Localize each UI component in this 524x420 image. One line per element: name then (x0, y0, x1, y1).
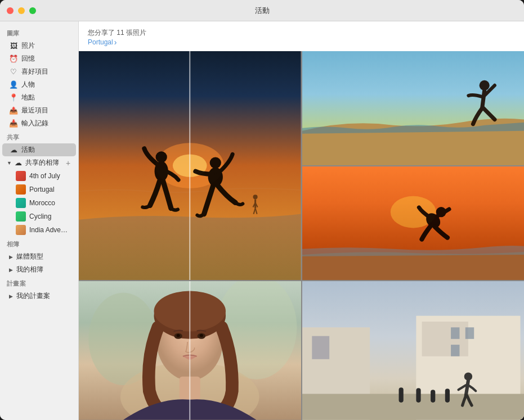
portugal-label: Portugal (29, 186, 55, 193)
sidebar-item-people[interactable]: 👤 人物 (2, 78, 76, 91)
sidebar-item-cycling[interactable]: Cycling (2, 210, 76, 223)
photo-cell-1[interactable] (79, 51, 301, 280)
photo-1-svg (79, 51, 301, 280)
close-button[interactable] (7, 7, 14, 14)
svg-rect-38 (451, 345, 459, 356)
sidebar-item-activity[interactable]: ☁ 活動 (2, 143, 76, 156)
shared-albums-header[interactable]: ▼ ☁ 共享的相簿 + (2, 156, 76, 169)
sidebar-item-morocco[interactable]: Morocco (2, 196, 76, 210)
sidebar-item-my-projects[interactable]: ▶ 我的計畫案 (2, 290, 76, 302)
people-label: 人物 (21, 80, 35, 89)
main-content: 圖庫 🖼 照片 ⏰ 回憶 ♡ 喜好項目 👤 人物 📍 地點 (0, 21, 524, 420)
shared-section-header: 共享 (0, 130, 78, 143)
svg-rect-37 (465, 327, 473, 339)
sidebar-item-india-adventure[interactable]: India Adventure (2, 223, 76, 237)
activity-label: 活動 (21, 145, 35, 155)
sidebar-item-my-albums[interactable]: ▶ 我的相簿 (2, 263, 76, 276)
photo-cell-5[interactable] (302, 281, 525, 420)
favorites-label: 喜好項目 (21, 67, 48, 76)
svg-rect-40 (312, 336, 329, 359)
imports-icon: 📥 (9, 119, 18, 128)
india-adventure-thumb (16, 225, 26, 235)
photo-4-svg (79, 281, 301, 420)
my-albums-triangle: ▶ (9, 267, 13, 273)
albums-section-header: 相簿 (0, 237, 78, 250)
svg-point-6 (210, 157, 221, 168)
content-header: 您分享了 11 張照片 Portugal (79, 21, 524, 51)
sidebar-item-recently[interactable]: 📤 最近項目 (2, 104, 76, 117)
sidebar-item-portugal[interactable]: Portugal (2, 183, 76, 196)
morocco-thumb (16, 198, 26, 208)
album-link[interactable]: Portugal (88, 38, 515, 47)
my-albums-label: 我的相簿 (16, 265, 43, 274)
photo-cell-2[interactable] (302, 51, 525, 165)
svg-rect-44 (445, 389, 449, 403)
places-icon: 📍 (9, 93, 18, 102)
photo-5-svg (302, 281, 525, 420)
content-area: 您分享了 11 張照片 Portugal (79, 21, 524, 420)
svg-point-7 (253, 195, 258, 199)
favorites-icon: ♡ (9, 67, 18, 76)
photo-cell-3[interactable] (302, 166, 525, 281)
photo-2-svg (302, 51, 525, 165)
imports-label: 輸入記錄 (21, 119, 48, 128)
photo-3-svg (302, 166, 525, 281)
svg-point-29 (177, 334, 180, 337)
minimize-button[interactable] (18, 7, 25, 14)
svg-rect-35 (422, 322, 468, 356)
sidebar-item-4th-of-july[interactable]: 4th of July (2, 169, 76, 183)
recently-icon: 📤 (9, 106, 18, 115)
photos-label: 照片 (21, 41, 35, 51)
triangle-icon: ▼ (7, 160, 12, 166)
4th-of-july-thumb (16, 171, 26, 181)
titlebar: 活動 (0, 0, 524, 21)
app-window: 活動 圖庫 🖼 照片 ⏰ 回憶 ♡ 喜好項目 👤 人物 (0, 0, 524, 420)
photo-cell-4[interactable] (79, 281, 301, 420)
memories-label: 回憶 (21, 54, 35, 64)
sidebar-item-favorites[interactable]: ♡ 喜好項目 (2, 65, 76, 78)
photo-grid (79, 51, 524, 420)
svg-rect-41 (302, 394, 525, 420)
shared-albums-icon: ☁ (14, 159, 23, 167)
recently-label: 最近項目 (21, 106, 48, 115)
memories-icon: ⏰ (9, 55, 18, 63)
cycling-thumb (16, 211, 26, 222)
svg-rect-36 (451, 327, 459, 339)
portugal-thumb (16, 184, 26, 195)
maximize-button[interactable] (29, 7, 36, 14)
people-icon: 👤 (9, 80, 18, 89)
media-types-label: 媒體類型 (16, 252, 43, 261)
sidebar-item-places[interactable]: 📍 地點 (2, 91, 76, 104)
my-projects-triangle: ▶ (9, 293, 13, 299)
window-title: 活動 (255, 6, 270, 16)
add-album-button[interactable]: + (64, 159, 73, 168)
my-projects-label: 我的計畫案 (16, 291, 50, 301)
projects-section-header: 計畫案 (0, 276, 78, 290)
morocco-label: Morocco (29, 199, 55, 207)
places-label: 地點 (21, 93, 35, 102)
photos-icon: 🖼 (9, 42, 18, 50)
4th-of-july-label: 4th of July (29, 172, 60, 180)
svg-rect-45 (398, 387, 403, 403)
shared-count: 您分享了 11 張照片 (88, 28, 515, 38)
window-controls (7, 7, 36, 14)
shared-albums-label: 共享的相簿 (25, 158, 59, 168)
sidebar-item-photos[interactable]: 🖼 照片 (2, 39, 76, 52)
sidebar-item-imports[interactable]: 📥 輸入記錄 (2, 117, 76, 130)
svg-rect-43 (431, 390, 435, 403)
svg-rect-42 (416, 388, 420, 403)
cycling-label: Cycling (29, 213, 51, 220)
sidebar-item-media-types[interactable]: ▶ 媒體類型 (2, 250, 76, 263)
india-adventure-label: India Adventure (29, 226, 70, 234)
library-section-header: 圖庫 (0, 26, 78, 39)
activity-icon: ☁ (9, 146, 18, 154)
sidebar-item-memories[interactable]: ⏰ 回憶 (2, 52, 76, 65)
svg-point-30 (200, 334, 203, 337)
sidebar: 圖庫 🖼 照片 ⏰ 回憶 ♡ 喜好項目 👤 人物 📍 地點 (0, 21, 79, 420)
media-types-triangle: ▶ (9, 254, 13, 260)
svg-point-4 (156, 151, 167, 162)
